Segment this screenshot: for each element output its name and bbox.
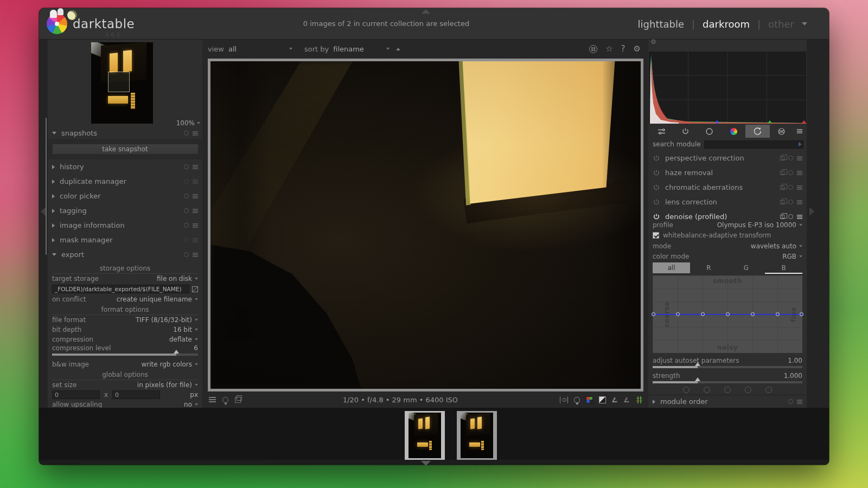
view-link-other[interactable]: other <box>768 18 794 30</box>
module-header-mask-manager[interactable]: mask manager <box>48 233 202 247</box>
channel-tab-all[interactable]: all <box>653 262 690 273</box>
bw-image-dropdown[interactable]: write rgb colors <box>141 361 198 368</box>
module-header-tagging[interactable]: tagging <box>48 203 202 218</box>
reset-icon[interactable] <box>184 179 189 184</box>
navigation-thumbnail[interactable] <box>91 42 153 124</box>
module-header-image-information[interactable]: image information <box>48 218 202 233</box>
multi-instance-icon[interactable] <box>780 200 784 204</box>
presets-menu-icon[interactable] <box>193 253 198 254</box>
overlay-lines-icon[interactable] <box>209 397 216 398</box>
multi-instance-icon[interactable] <box>780 185 784 190</box>
module-header-chromatic-aberrations[interactable]: chromatic aberrations <box>648 180 807 195</box>
module-header-history[interactable]: history <box>48 159 202 174</box>
power-icon[interactable] <box>653 184 660 191</box>
bit-depth-dropdown[interactable]: 16 bit <box>173 326 198 333</box>
module-order-header[interactable]: module order <box>648 395 807 408</box>
star-rating-icon[interactable]: ☆ <box>605 44 612 54</box>
overlays-icon[interactable] <box>589 45 597 53</box>
module-groups-menu-icon[interactable] <box>794 125 806 138</box>
histogram-settings-gear-icon[interactable]: ⚙ <box>650 38 656 46</box>
image-canvas[interactable] <box>208 59 643 391</box>
presets-menu-icon[interactable] <box>797 215 802 216</box>
slider-thumb[interactable] <box>174 350 179 354</box>
reset-icon[interactable] <box>788 399 793 404</box>
reset-icon[interactable] <box>184 237 189 242</box>
left-panel-scrollbar[interactable] <box>46 118 47 255</box>
slider-thumb[interactable] <box>695 362 700 366</box>
export-path-input[interactable]: _FOLDER)/darktable_exported/$(FILE_NAME) <box>52 285 189 293</box>
power-icon[interactable] <box>653 155 660 162</box>
color-assessment-icon[interactable] <box>574 397 580 403</box>
filename-variables-icon[interactable] <box>192 286 198 292</box>
collapse-left-panel-arrow[interactable] <box>41 207 46 216</box>
multi-instance-icon[interactable] <box>780 171 784 175</box>
reset-icon[interactable] <box>184 164 189 169</box>
display-profile-icon[interactable] <box>586 396 593 403</box>
reset-icon[interactable] <box>788 185 793 190</box>
file-format-dropdown[interactable]: TIFF (8/16/32-bit) <box>136 316 198 324</box>
module-header-haze-removal[interactable]: haze removal <box>648 165 807 180</box>
presets-menu-icon[interactable] <box>193 209 198 210</box>
reset-icon[interactable] <box>788 214 793 219</box>
histogram[interactable] <box>649 52 806 124</box>
help-icon[interactable]: ? <box>621 44 626 54</box>
module-header-duplicate-manager[interactable]: duplicate manager <box>48 174 202 189</box>
tab-correct-group[interactable] <box>745 125 769 138</box>
presets-menu-icon[interactable] <box>797 400 802 401</box>
filmstrip-thumbnail-2[interactable] <box>457 411 497 460</box>
view-filter-dropdown[interactable]: all <box>228 45 292 53</box>
module-header-perspective-correction[interactable]: perspective correction <box>648 151 807 165</box>
search-module-input[interactable] <box>704 140 803 149</box>
raw-overexposure-icon[interactable] <box>636 396 643 403</box>
color-mode-dropdown[interactable]: RGB <box>782 253 802 260</box>
denoise-curve-graph[interactable]: smooth noisy coarse fine <box>653 275 802 353</box>
target-storage-dropdown[interactable]: file on disk <box>157 275 198 282</box>
presets-menu-icon[interactable] <box>193 238 198 239</box>
whitebalance-checkbox[interactable] <box>653 232 659 239</box>
preferences-gear-icon[interactable]: ⚙ <box>634 44 641 54</box>
reset-icon[interactable] <box>788 156 793 160</box>
take-snapshot-button[interactable]: take snapshot <box>52 144 199 155</box>
max-width-input[interactable]: 0 <box>52 390 100 399</box>
module-header-snapshots[interactable]: snapshots <box>48 126 202 140</box>
reset-icon[interactable] <box>184 208 189 213</box>
presets-menu-icon[interactable] <box>797 185 802 187</box>
presets-menu-icon[interactable] <box>193 223 198 224</box>
channel-tab-g[interactable]: G <box>727 262 765 273</box>
on-conflict-dropdown[interactable]: create unique filename <box>117 296 198 303</box>
tab-color-group[interactable] <box>722 125 745 138</box>
guides-icon[interactable] <box>222 397 228 403</box>
compression-dropdown[interactable]: deflate <box>169 336 198 343</box>
slider-thumb[interactable] <box>695 377 700 381</box>
collapse-right-panel-arrow[interactable] <box>809 207 814 216</box>
allow-upscaling-dropdown[interactable]: no <box>184 401 198 408</box>
presets-menu-icon[interactable] <box>193 131 198 132</box>
filmstrip-thumbnail-1[interactable] <box>405 411 445 460</box>
profile-dropdown[interactable]: Olympus E-P3 iso 10000 <box>717 221 802 229</box>
softproof-icon[interactable] <box>612 397 618 403</box>
channel-tab-b[interactable]: B <box>765 262 802 273</box>
presets-menu-icon[interactable] <box>193 194 198 195</box>
power-icon[interactable] <box>653 169 660 177</box>
module-header-lens-correction[interactable]: lens correction <box>648 195 807 209</box>
compression-level-slider[interactable] <box>52 354 198 356</box>
tab-effects-group[interactable] <box>770 125 794 138</box>
mode-dropdown[interactable]: wavelets auto <box>751 242 802 250</box>
presets-menu-icon[interactable] <box>797 200 802 201</box>
module-header-color-picker[interactable]: color picker <box>48 189 202 203</box>
collapse-filmstrip-arrow[interactable] <box>421 461 431 466</box>
view-link-darkroom[interactable]: darkroom <box>703 18 750 30</box>
reset-icon[interactable] <box>184 223 189 228</box>
reset-icon[interactable] <box>788 200 793 204</box>
power-icon[interactable] <box>653 198 660 206</box>
reset-icon[interactable] <box>184 194 189 198</box>
presets-menu-icon[interactable] <box>193 179 198 181</box>
module-header-export[interactable]: export <box>48 247 202 262</box>
second-window-icon[interactable] <box>235 397 241 403</box>
max-height-input[interactable]: 0 <box>112 390 160 399</box>
focus-peaking-icon[interactable] <box>560 396 568 403</box>
presets-menu-icon[interactable] <box>193 165 198 166</box>
sort-direction-icon[interactable] <box>396 48 400 50</box>
gamut-check-icon[interactable] <box>599 396 606 403</box>
reset-icon[interactable] <box>184 252 189 257</box>
